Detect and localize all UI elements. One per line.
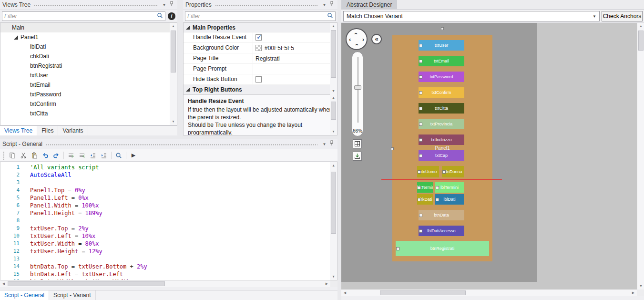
expander-icon[interactable] — [14, 35, 18, 40]
checkbox[interactable] — [256, 34, 262, 41]
designer-view-lbldatiaccesso[interactable]: lblDatiAccesso — [419, 226, 464, 236]
scroll-right-icon[interactable]: ▶ — [630, 290, 637, 296]
code-line[interactable]: 12txtUser.Height = 12%y — [0, 248, 337, 255]
code-line[interactable]: 3 — [0, 179, 337, 186]
undo-icon[interactable] — [40, 150, 51, 161]
scroll-thumb[interactable] — [331, 30, 336, 78]
designer-view-lbltermini[interactable]: lblTermini — [435, 182, 464, 193]
run-icon[interactable]: ▶ — [128, 150, 139, 161]
scroll-thumb[interactable] — [171, 31, 176, 72]
property-row-background-color[interactable]: Background Color#00F5F5F5▼ — [184, 43, 337, 53]
tab-files[interactable]: Files — [37, 126, 58, 135]
pan-down-icon[interactable]: › — [353, 43, 359, 45]
property-value[interactable] — [253, 64, 337, 74]
code-scrollbar-horizontal[interactable]: ◀ ▶ — [0, 280, 330, 287]
tree-item-txtcitta[interactable]: txtCitta — [0, 109, 177, 118]
tab-variants[interactable]: Variants — [58, 126, 88, 135]
pan-right-icon[interactable]: › — [362, 36, 364, 42]
scroll-thumb[interactable] — [638, 31, 644, 51]
tab-script-variant[interactable]: Script - Variant — [49, 290, 95, 300]
designer-view-txtconfirm[interactable]: txtConfirm — [419, 87, 464, 98]
section-top-right-buttons[interactable]: Top Right Buttons — [184, 85, 337, 94]
code-line[interactable]: 2AutoScaleAll — [0, 171, 337, 179]
tab-abstract-designer[interactable]: Abstract Designer — [341, 0, 397, 9]
color-swatch[interactable] — [256, 45, 262, 51]
zoom-track[interactable] — [358, 57, 358, 123]
property-row-hide-back-button[interactable]: Hide Back Button — [184, 74, 337, 85]
designer-view-txtuser[interactable]: txtUser — [419, 40, 464, 51]
expander-icon[interactable] — [186, 26, 190, 30]
scroll-down-icon[interactable]: ▼ — [637, 283, 644, 290]
scroll-up-icon[interactable]: ▲ — [330, 23, 337, 30]
search-icon[interactable] — [113, 150, 124, 161]
script-header[interactable]: Script - General ▼ — [0, 139, 337, 149]
tree-item-txtconfirm[interactable]: txtConfirm — [0, 99, 177, 109]
designer-view-txtemail[interactable]: txtEmail — [419, 56, 464, 66]
tab-views-tree[interactable]: Views Tree — [0, 126, 37, 135]
description-scrollbar[interactable]: ▲ ▼ — [330, 94, 337, 135]
redo-icon[interactable] — [51, 150, 61, 161]
toolbar-grip[interactable] — [3, 151, 5, 160]
designer-view-lbldati[interactable]: lblDati — [435, 194, 464, 205]
designer-canvas[interactable]: Panel1 txtUsertxtEmailtxtPasswordtxtConf… — [341, 23, 644, 290]
code-line[interactable]: 9txtUser.Top = 2%y — [0, 225, 337, 232]
tree-item-txtuser[interactable]: txtUser — [0, 71, 177, 80]
comment-icon[interactable] — [66, 150, 76, 161]
scroll-down-icon[interactable]: ▼ — [170, 118, 177, 125]
code-scrollbar-vertical[interactable]: ▲ ▼ — [330, 162, 337, 280]
check-anchors-button[interactable]: Check Anchors — [602, 11, 643, 21]
indent-icon[interactable] — [99, 150, 109, 161]
designer-panel1[interactable]: Panel1 txtUsertxtEmailtxtPasswordtxtConf… — [392, 35, 492, 261]
tree-item-panel1[interactable]: Panel1 — [0, 32, 177, 42]
designer-view-txtpassword[interactable]: txtPassword — [419, 72, 464, 82]
code-line[interactable]: 7Panel1.Height = 189%y — [0, 209, 337, 217]
pin-icon[interactable] — [328, 1, 335, 9]
pin-icon[interactable] — [328, 140, 335, 148]
property-value[interactable]: Registrati — [253, 53, 337, 63]
collapse-tools-button[interactable]: « — [371, 34, 382, 44]
code-line[interactable]: 13 — [0, 255, 337, 263]
window-menu-icon[interactable]: ▼ — [321, 1, 328, 9]
property-value[interactable] — [253, 32, 337, 42]
tree-item-txtpassword[interactable]: txtPassword — [0, 90, 177, 99]
grid-scrollbar[interactable]: ▲ ▼ — [330, 23, 337, 94]
window-menu-icon[interactable]: ▼ — [321, 141, 328, 148]
property-row-handle-resize-event[interactable]: Handle Resize Event — [184, 32, 337, 43]
property-value[interactable] — [253, 74, 337, 84]
import-layout-button[interactable] — [353, 152, 362, 161]
code-line[interactable]: 1'All variants script — [0, 164, 337, 171]
property-value[interactable]: #00F5F5F5▼ — [253, 43, 337, 53]
scroll-left-icon[interactable]: ◀ — [341, 290, 348, 296]
views-filter[interactable] — [2, 11, 165, 21]
pan-control[interactable]: ‹ › ‹ › — [346, 28, 368, 50]
zoom-handle[interactable] — [354, 85, 361, 90]
scroll-up-icon[interactable]: ▲ — [330, 94, 337, 101]
code-line[interactable]: 11txtUser.Width = 80%x — [0, 240, 337, 248]
properties-header[interactable]: Properties ▼ — [183, 0, 337, 10]
scroll-thumb[interactable] — [331, 172, 336, 234]
section-main-properties[interactable]: Main Properties — [184, 23, 337, 32]
cut-icon[interactable] — [18, 150, 29, 161]
uncomment-icon[interactable] — [77, 150, 87, 161]
tree-item-chkdati[interactable]: chkDati — [0, 52, 177, 61]
scroll-up-icon[interactable]: ▲ — [330, 162, 337, 169]
copy-icon[interactable] — [7, 150, 18, 161]
info-icon[interactable]: i — [168, 12, 175, 20]
designer-view-chkdati[interactable]: chkDati — [417, 194, 433, 205]
code-line[interactable]: 8 — [0, 217, 337, 225]
designer-view-txtcap[interactable]: txtCap — [419, 150, 464, 161]
scroll-thumb[interactable] — [331, 102, 336, 120]
tree-item-btnregistrati[interactable]: btnRegistrati — [0, 61, 177, 71]
designer-view-chktermini[interactable]: chkTermini — [417, 182, 433, 193]
tree-scrollbar[interactable]: ▲ ▼ — [170, 23, 177, 125]
pin-icon[interactable] — [168, 1, 175, 9]
paste-icon[interactable] — [29, 150, 40, 161]
property-row-page-prompt[interactable]: Page Prompt — [184, 64, 337, 74]
tree-item-lbldati[interactable]: lblDati — [0, 42, 177, 52]
code-line[interactable]: 15btnData.Left = txtUser.Left — [0, 270, 337, 278]
code-line[interactable]: 6Panel1.Width = 100%x — [0, 202, 337, 209]
code-line[interactable]: 4Panel1.Top = 0%y — [0, 186, 337, 194]
properties-filter[interactable] — [185, 11, 336, 21]
pan-up-icon[interactable]: ‹ — [353, 32, 359, 34]
designer-view-txtindirizzo[interactable]: txtIndirizzo — [419, 134, 464, 145]
